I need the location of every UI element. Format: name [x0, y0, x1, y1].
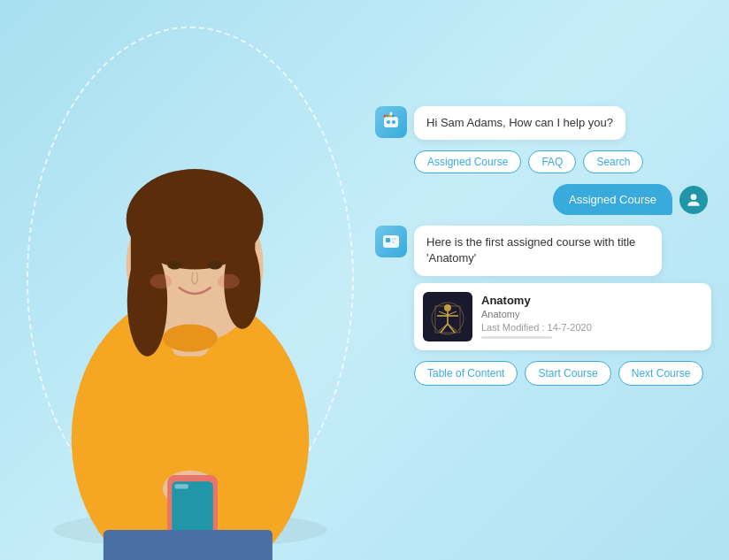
course-modified-bar: [481, 336, 552, 339]
course-modified: Last Modified : 14-7-2020: [481, 322, 702, 333]
user-bubble: Assigned Course: [553, 184, 672, 215]
bot-response: Here is the first assigned course with t…: [375, 226, 711, 349]
svg-point-9: [167, 260, 182, 269]
svg-rect-16: [174, 484, 188, 488]
greeting-bubble: Hi Sam Adams, How can I help you?: [414, 106, 625, 140]
bot-response-bubble: Here is the first assigned course with t…: [414, 226, 662, 275]
user-avatar: [679, 186, 708, 214]
svg-rect-30: [386, 238, 390, 242]
svg-point-24: [384, 115, 387, 118]
svg-point-20: [387, 120, 390, 124]
user-message: Assigned Course: [375, 184, 711, 215]
chat-container: Hi Sam Adams, How can I help you? Assign…: [375, 106, 711, 386]
svg-rect-32: [392, 242, 395, 243]
course-title: Anatomy: [481, 294, 702, 307]
greeting-message: Hi Sam Adams, How can I help you?: [375, 106, 711, 140]
search-btn[interactable]: Search: [583, 150, 643, 173]
course-card: Anatomy Anatomy Last Modified : 14-7-202…: [414, 283, 711, 350]
svg-point-26: [389, 115, 392, 118]
svg-point-11: [150, 274, 173, 289]
svg-rect-29: [383, 235, 399, 248]
bot-avatar: [375, 106, 407, 138]
greeting-text: Hi Sam Adams, How can I help you?: [426, 116, 613, 129]
bot-avatar-2: [375, 226, 407, 257]
svg-point-10: [208, 260, 223, 269]
course-thumbnail: [423, 292, 472, 341]
svg-rect-17: [104, 530, 272, 560]
svg-point-18: [163, 325, 218, 352]
person-illustration: [0, 0, 380, 560]
person-container: [0, 0, 380, 560]
svg-rect-31: [392, 238, 396, 240]
svg-point-34: [444, 304, 451, 311]
course-info: Anatomy Anatomy Last Modified : 14-7-202…: [481, 294, 702, 339]
svg-point-7: [127, 247, 167, 357]
course-subtitle: Anatomy: [481, 309, 702, 319]
quick-replies: Assigned Course FAQ Search: [375, 150, 711, 173]
svg-point-27: [392, 115, 395, 118]
table-of-content-btn[interactable]: Table of Content: [414, 361, 518, 386]
user-message-text: Assigned Course: [569, 193, 656, 206]
faq-btn[interactable]: FAQ: [528, 150, 576, 173]
start-course-btn[interactable]: Start Course: [525, 361, 610, 386]
svg-rect-19: [384, 117, 398, 127]
svg-point-21: [392, 120, 395, 124]
assigned-course-btn[interactable]: Assigned Course: [414, 150, 521, 173]
next-course-btn[interactable]: Next Course: [618, 361, 704, 386]
svg-point-12: [218, 274, 240, 289]
svg-point-23: [390, 112, 393, 115]
svg-point-25: [387, 115, 389, 118]
bot-response-text: Here is the first assigned course with t…: [426, 235, 635, 265]
action-buttons: Table of Content Start Course Next Cours…: [375, 361, 711, 386]
svg-point-28: [691, 194, 697, 200]
